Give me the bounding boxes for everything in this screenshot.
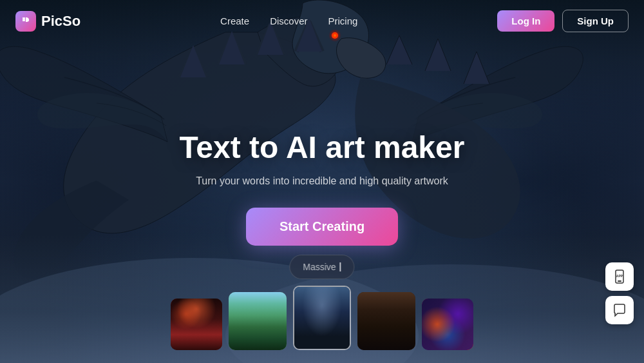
logo-icon xyxy=(15,11,36,32)
gallery-thumb-5[interactable] xyxy=(422,299,473,350)
start-creating-button[interactable]: Start Creating xyxy=(246,208,398,246)
app-button[interactable]: APP xyxy=(605,262,634,291)
prompt-text: Massive xyxy=(303,262,336,272)
navbar: PicSo Create Discover Pricing Log In Sig… xyxy=(0,0,644,42)
gallery-thumb-2-image xyxy=(229,292,287,350)
hero-subtitle: Turn your words into incredible and high… xyxy=(129,175,515,187)
login-button[interactable]: Log In xyxy=(497,10,554,32)
gallery-thumb-1[interactable] xyxy=(171,299,222,350)
hero-title: Text to AI art maker xyxy=(129,129,515,164)
signup-button[interactable]: Sign Up xyxy=(562,10,629,32)
brand-name: PicSo xyxy=(41,13,80,30)
gallery-thumb-2[interactable] xyxy=(229,292,287,350)
gallery-thumb-1-image xyxy=(171,299,222,350)
gallery-thumb-4-image xyxy=(357,292,415,350)
nav-discover[interactable]: Discover xyxy=(270,15,307,26)
logo[interactable]: PicSo xyxy=(15,11,80,32)
prompt-area: Massive xyxy=(289,255,354,279)
gallery-thumb-3[interactable] xyxy=(293,286,351,350)
gallery-thumb-4[interactable] xyxy=(357,292,415,350)
svg-rect-9 xyxy=(618,280,621,282)
nav-buttons: Log In Sign Up xyxy=(497,10,629,32)
gallery-thumb-5-image xyxy=(422,299,473,350)
nav-pricing[interactable]: Pricing xyxy=(328,15,358,26)
gallery xyxy=(171,286,473,350)
float-buttons: APP xyxy=(605,262,634,324)
cursor-blink xyxy=(340,262,341,271)
prompt-pill[interactable]: Massive xyxy=(289,255,354,279)
nav-links: Create Discover Pricing xyxy=(220,15,357,26)
svg-text:APP: APP xyxy=(616,274,623,278)
gallery-thumb-3-image xyxy=(294,287,350,349)
chat-button[interactable] xyxy=(605,296,634,324)
hero-section: Text to AI art maker Turn your words int… xyxy=(129,129,515,245)
nav-create[interactable]: Create xyxy=(220,15,249,26)
